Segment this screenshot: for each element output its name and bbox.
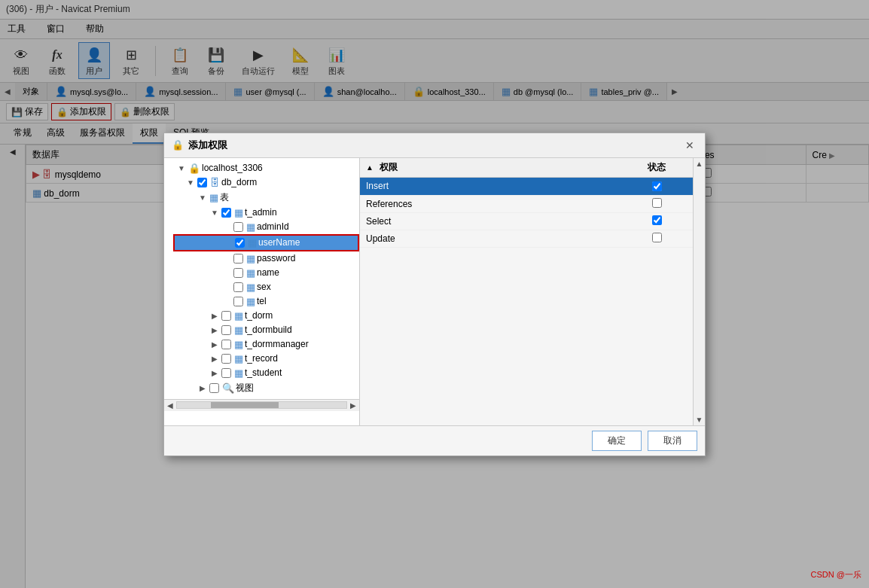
tree-label-db-dorm: db_dorm bbox=[221, 177, 257, 187]
password-checkbox[interactable] bbox=[233, 254, 243, 264]
scroll-down-btn[interactable]: ▼ bbox=[696, 416, 703, 424]
expand-icon[interactable]: ▶ bbox=[209, 312, 220, 320]
t-dormmanager-checkbox[interactable] bbox=[221, 340, 231, 349]
scroll-left-btn[interactable]: ◀ bbox=[167, 401, 173, 410]
update-checkbox[interactable] bbox=[652, 233, 662, 242]
tree-node-username[interactable]: ▦ userName bbox=[173, 234, 359, 251]
tree-node-t-admin[interactable]: ▼ ▦ t_admin bbox=[173, 206, 359, 220]
table-icon: ▦ bbox=[234, 310, 243, 321]
scroll-up-btn[interactable]: ▲ bbox=[696, 160, 703, 168]
tree-node-db-dorm[interactable]: ▼ 🗄 db_dorm bbox=[173, 175, 359, 190]
scroll-track[interactable] bbox=[176, 401, 347, 409]
expand-icon bbox=[223, 239, 233, 247]
table-icon: ▦ bbox=[234, 324, 243, 336]
perm-row-select[interactable]: Select bbox=[360, 213, 693, 230]
perm-row-references[interactable]: References bbox=[360, 196, 693, 213]
modal-title-bar: 🔒 添加权限 ✕ bbox=[164, 133, 705, 158]
perm-check-update[interactable] bbox=[627, 233, 687, 245]
tree-node-t-dormbuild[interactable]: ▶ ▦ t_dormbuild bbox=[173, 323, 359, 337]
views-checkbox[interactable] bbox=[209, 383, 219, 393]
tree-node-t-record[interactable]: ▶ ▦ t_record bbox=[173, 352, 359, 366]
tree-content: ▼ 🔒 localhost_3306 ▼ 🗄 db_dorm ▼ bbox=[173, 158, 359, 399]
expand-icon bbox=[221, 254, 232, 263]
expand-icon[interactable]: ▼ bbox=[209, 209, 220, 217]
perm-scroll-up[interactable]: ▲ bbox=[366, 163, 374, 172]
perm-header: ▲ 权限 状态 bbox=[360, 158, 693, 178]
perm-check-insert[interactable] bbox=[627, 180, 687, 193]
references-checkbox[interactable] bbox=[652, 198, 662, 208]
adminid-checkbox[interactable] bbox=[233, 222, 243, 232]
perm-row-update[interactable]: Update bbox=[360, 230, 693, 248]
expand-icon[interactable]: ▼ bbox=[185, 178, 196, 187]
perm-row-insert[interactable]: Insert bbox=[360, 178, 693, 196]
tree-node-t-dormmanager[interactable]: ▶ ▦ t_dormmanager bbox=[173, 337, 359, 352]
select-checkbox[interactable] bbox=[652, 215, 662, 225]
expand-icon[interactable]: ▶ bbox=[209, 340, 220, 349]
tree-node-tel[interactable]: ▦ tel bbox=[173, 294, 359, 309]
tree-label-t-dorm: t_dorm bbox=[245, 310, 273, 321]
confirm-button[interactable]: 确定 bbox=[592, 431, 642, 451]
tree-node-adminid[interactable]: ▦ adminId bbox=[173, 220, 359, 234]
name-checkbox[interactable] bbox=[233, 268, 243, 278]
t-record-checkbox[interactable] bbox=[221, 354, 231, 364]
perm-check-references[interactable] bbox=[627, 198, 687, 210]
table-icon: ▦ bbox=[234, 353, 243, 364]
modal-lock-icon: 🔒 bbox=[172, 139, 184, 151]
right-scrollbar: ▲ ▼ bbox=[693, 158, 705, 425]
tree-node-tables[interactable]: ▼ ▦ 表 bbox=[173, 190, 359, 206]
permissions-pane: ▲ 权限 状态 Insert References bbox=[360, 158, 693, 425]
tables-icon: ▦ bbox=[209, 192, 218, 203]
expand-icon bbox=[221, 223, 232, 231]
tree-node-t-student[interactable]: ▶ ▦ t_student bbox=[173, 366, 359, 380]
perm-label-update: Update bbox=[366, 233, 627, 244]
expand-icon[interactable]: ▶ bbox=[209, 326, 220, 334]
t-dormbuild-checkbox[interactable] bbox=[221, 325, 231, 335]
expand-icon bbox=[221, 269, 232, 277]
tree-label-tel: tel bbox=[257, 296, 267, 306]
tree-node-name[interactable]: ▦ name bbox=[173, 266, 359, 280]
tree-label-username: userName bbox=[258, 237, 300, 248]
perm-col-priv-header: 权限 bbox=[380, 161, 627, 174]
modal-actions: 确定 取消 bbox=[164, 425, 705, 455]
tree-label-t-admin: t_admin bbox=[245, 207, 277, 218]
tree-label-password: password bbox=[257, 253, 295, 264]
perm-check-select[interactable] bbox=[627, 215, 687, 227]
expand-icon[interactable]: ▼ bbox=[176, 164, 187, 172]
t-admin-checkbox[interactable] bbox=[221, 208, 231, 218]
sex-checkbox[interactable] bbox=[233, 282, 243, 292]
tree-label-sex: sex bbox=[257, 282, 271, 292]
tel-checkbox[interactable] bbox=[233, 297, 243, 306]
db-dorm-checkbox[interactable] bbox=[197, 178, 207, 187]
insert-checkbox[interactable] bbox=[652, 181, 662, 191]
tree-node-views[interactable]: ▶ 🔍 视图 bbox=[173, 380, 359, 396]
t-student-checkbox[interactable] bbox=[221, 368, 231, 378]
tree-node-localhost[interactable]: ▼ 🔒 localhost_3306 bbox=[173, 161, 359, 175]
perm-col-state-header: 状态 bbox=[627, 161, 687, 174]
expand-icon[interactable]: ▶ bbox=[197, 384, 208, 392]
expand-icon[interactable]: ▼ bbox=[197, 193, 208, 202]
tree-node-sex[interactable]: ▦ sex bbox=[173, 280, 359, 294]
tree-node-t-dorm[interactable]: ▶ ▦ t_dorm bbox=[173, 309, 359, 323]
column-icon: ▦ bbox=[246, 267, 255, 279]
column-icon: ▦ bbox=[246, 282, 255, 293]
expand-icon[interactable]: ▶ bbox=[209, 369, 220, 377]
add-privilege-modal: 🔒 添加权限 ✕ ▼ 🔒 localhost_3306 ▼ bbox=[163, 133, 706, 456]
tree-node-password[interactable]: ▦ password bbox=[173, 251, 359, 266]
column-icon: ▦ bbox=[246, 253, 255, 264]
modal-close-button[interactable]: ✕ bbox=[682, 138, 697, 153]
tree-scrollbar: ◀ ▶ bbox=[164, 399, 359, 411]
view-icon: 🔍 bbox=[222, 382, 234, 394]
cancel-button[interactable]: 取消 bbox=[648, 431, 697, 451]
t-dorm-checkbox[interactable] bbox=[221, 311, 231, 321]
perm-list: Insert References Select bbox=[360, 178, 693, 425]
expand-icon[interactable]: ▶ bbox=[209, 355, 220, 363]
scroll-thumb[interactable] bbox=[211, 402, 279, 408]
username-checkbox[interactable] bbox=[235, 238, 245, 248]
tree-label-t-student: t_student bbox=[245, 367, 282, 378]
server-icon: 🔒 bbox=[188, 163, 200, 174]
scroll-right-btn[interactable]: ▶ bbox=[350, 401, 356, 410]
tree-label-localhost: localhost_3306 bbox=[202, 163, 263, 173]
watermark: CSDN @一乐 bbox=[811, 569, 861, 580]
modal-title: 🔒 添加权限 bbox=[172, 139, 227, 152]
column-icon: ▦ bbox=[248, 237, 257, 248]
